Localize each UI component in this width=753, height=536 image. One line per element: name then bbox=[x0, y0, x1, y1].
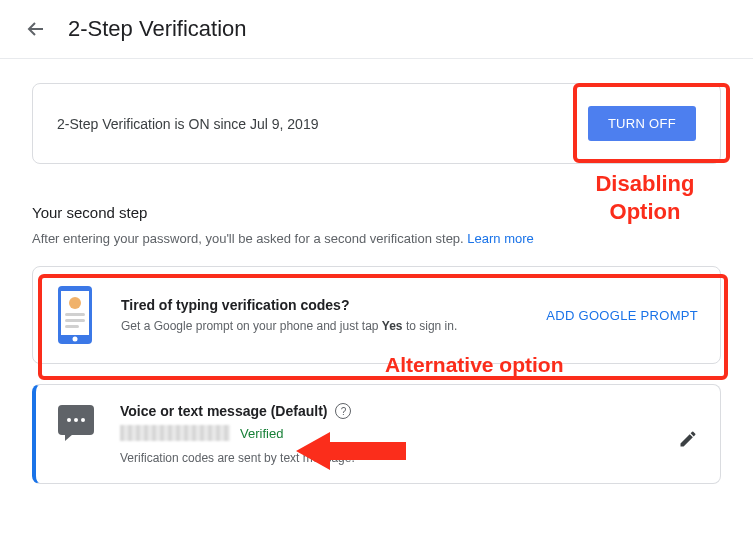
second-step-subtext: After entering your password, you'll be … bbox=[32, 231, 721, 246]
svg-rect-3 bbox=[65, 313, 85, 316]
turn-off-button[interactable]: TURN OFF bbox=[588, 106, 696, 141]
prompt-title: Tired of typing verification codes? bbox=[121, 297, 534, 313]
second-step-subtext-text: After entering your password, you'll be … bbox=[32, 231, 467, 246]
help-icon[interactable]: ? bbox=[335, 403, 351, 419]
back-arrow-icon[interactable] bbox=[24, 17, 48, 41]
voice-card-desc: Verification codes are sent by text mess… bbox=[120, 451, 666, 465]
status-text: 2-Step Verification is ON since Jul 9, 2… bbox=[57, 116, 318, 132]
svg-point-2 bbox=[69, 297, 81, 309]
voice-text-card: Voice or text message (Default) ? Verifi… bbox=[32, 384, 721, 484]
page-title: 2-Step Verification bbox=[68, 16, 247, 42]
status-card: 2-Step Verification is ON since Jul 9, 2… bbox=[32, 83, 721, 164]
voice-card-title: Voice or text message (Default) bbox=[120, 403, 327, 419]
add-google-prompt-link[interactable]: ADD GOOGLE PROMPT bbox=[546, 308, 698, 323]
page-header: 2-Step Verification bbox=[0, 0, 753, 59]
phone-icon bbox=[55, 285, 95, 345]
sms-icon bbox=[58, 405, 94, 435]
phone-number-redacted bbox=[120, 425, 230, 441]
verified-label: Verified bbox=[240, 426, 283, 441]
prompt-description: Get a Google prompt on your phone and ju… bbox=[121, 319, 534, 333]
svg-point-6 bbox=[73, 337, 78, 342]
svg-rect-5 bbox=[65, 325, 79, 328]
google-prompt-card: Tired of typing verification codes? Get … bbox=[32, 266, 721, 364]
learn-more-link[interactable]: Learn more bbox=[467, 231, 533, 246]
second-step-heading: Your second step bbox=[32, 204, 721, 221]
edit-icon[interactable] bbox=[678, 429, 698, 449]
svg-rect-4 bbox=[65, 319, 85, 322]
